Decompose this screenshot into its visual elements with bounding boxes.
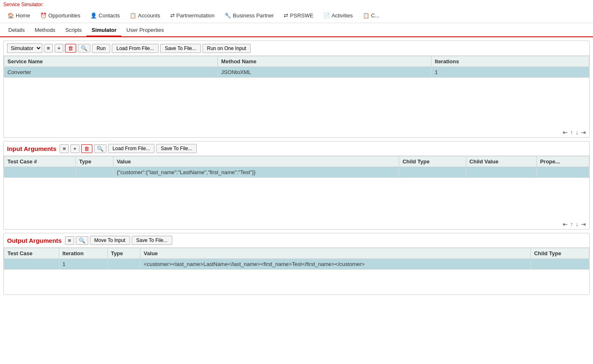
- output-arguments-table: Test Case Iteration Type Value Child Typ…: [4, 248, 589, 270]
- cell-child-value: [466, 167, 537, 178]
- table-row[interactable]: Converter JSONtoXML 1: [4, 67, 589, 78]
- tab-user-properties[interactable]: User Properties: [121, 24, 169, 36]
- col-child-type: Child Type: [399, 156, 466, 167]
- input-next-arrow[interactable]: ↓: [576, 221, 579, 228]
- cell-child-type: [399, 167, 466, 178]
- col-child-type: Child Type: [530, 248, 589, 259]
- col-value: Value: [140, 248, 531, 259]
- cell-iteration: 1: [59, 259, 107, 270]
- col-test-case: Test Case: [4, 248, 59, 259]
- output-arguments-title: Output Arguments: [7, 237, 62, 244]
- col-test-case-num: Test Case #: [4, 156, 76, 167]
- cell-test-case: [4, 259, 59, 270]
- cell-method-name: JSONtoXML: [218, 67, 431, 78]
- col-iterations: Iterations: [431, 56, 589, 67]
- input-last-arrow[interactable]: ⇥: [581, 221, 586, 228]
- cell-value: <customer><last_name>LastName</last_name…: [140, 259, 531, 270]
- last-arrow[interactable]: ⇥: [581, 129, 586, 136]
- table-row[interactable]: {"customer":{"last_name":"LastName","fir…: [4, 167, 589, 178]
- cell-prope: [537, 167, 589, 178]
- service-label: Service Simulator:: [0, 0, 593, 8]
- input-arguments-section: Input Arguments ≡ + 🗑 🔍 Load From File..…: [3, 141, 590, 230]
- col-iteration: Iteration: [59, 248, 107, 259]
- nav-business-partner[interactable]: 🔧 Business Partner: [220, 12, 278, 19]
- input-first-arrow[interactable]: ⇤: [563, 221, 568, 228]
- simulator-select[interactable]: Simulator: [7, 43, 42, 53]
- simulator-toolbar: Simulator ≡ + 🗑 🔍 Run Load From File... …: [4, 41, 589, 56]
- nav-opportunities[interactable]: ⏰ Opportunities: [36, 12, 84, 19]
- nav-activities[interactable]: 📄 Activities: [319, 12, 357, 19]
- nav-home[interactable]: 🏠 Home: [3, 12, 34, 19]
- input-menu-button[interactable]: ≡: [60, 144, 69, 153]
- input-nav-arrows: ⇤ ↑ ↓ ⇥: [4, 219, 589, 229]
- tab-details[interactable]: Details: [3, 24, 30, 36]
- simulator-table: Service Name Method Name Iterations Conv…: [4, 56, 589, 78]
- nav-c[interactable]: 📋 C...: [359, 12, 383, 19]
- tab-methods[interactable]: Methods: [30, 24, 60, 36]
- col-prope: Prope...: [537, 156, 589, 167]
- run-on-one-input-button[interactable]: Run on One Input: [202, 44, 251, 53]
- table-row[interactable]: 1 <customer><last_name>LastName</last_na…: [4, 259, 589, 270]
- cell-child-type: [530, 259, 589, 270]
- load-from-file-button[interactable]: Load From File...: [112, 44, 159, 53]
- prev-arrow[interactable]: ↑: [570, 129, 573, 136]
- input-prev-arrow[interactable]: ↑: [570, 221, 573, 228]
- input-add-button[interactable]: +: [70, 144, 80, 153]
- input-delete-button[interactable]: 🗑: [81, 144, 92, 153]
- input-arguments-title: Input Arguments: [7, 145, 56, 152]
- nav-contacts[interactable]: 👤 Contacts: [86, 12, 124, 19]
- col-child-value: Child Value: [466, 156, 537, 167]
- delete-button[interactable]: 🗑: [65, 44, 76, 53]
- cell-service-name: Converter: [4, 67, 218, 78]
- col-method-name: Method Name: [218, 56, 431, 67]
- run-button[interactable]: Run: [92, 44, 110, 53]
- first-arrow[interactable]: ⇤: [563, 129, 568, 136]
- col-value: Value: [113, 156, 399, 167]
- nav-accounts[interactable]: 📋 Accounts: [125, 12, 164, 19]
- top-nav: 🏠 Home ⏰ Opportunities 👤 Contacts 📋 Acco…: [0, 8, 593, 23]
- simulator-section: Simulator ≡ + 🗑 🔍 Run Load From File... …: [3, 41, 590, 138]
- save-to-file-button[interactable]: Save To File...: [160, 44, 201, 53]
- tab-scripts[interactable]: Scripts: [60, 24, 87, 36]
- tab-simulator[interactable]: Simulator: [87, 24, 121, 36]
- output-search-button[interactable]: 🔍: [76, 236, 88, 245]
- input-search-button[interactable]: 🔍: [94, 144, 106, 153]
- search-button[interactable]: 🔍: [78, 44, 90, 53]
- move-to-input-button[interactable]: Move To Input: [90, 236, 130, 245]
- col-type: Type: [107, 248, 140, 259]
- cell-type: [76, 167, 113, 178]
- output-arguments-section: Output Arguments ≡ 🔍 Move To Input Save …: [3, 233, 590, 295]
- output-menu-button[interactable]: ≡: [65, 236, 74, 245]
- cell-iterations: 1: [431, 67, 589, 78]
- input-save-button[interactable]: Save To File...: [156, 144, 197, 153]
- col-service-name: Service Name: [4, 56, 218, 67]
- input-load-button[interactable]: Load From File...: [108, 144, 155, 153]
- cell-value: {"customer":{"last_name":"LastName","fir…: [113, 167, 399, 178]
- nav-psrswe[interactable]: ⇄ PSRSWE: [280, 12, 317, 19]
- cell-test-case-num: [4, 167, 76, 178]
- output-save-button[interactable]: Save To File...: [132, 236, 172, 245]
- col-type: Type: [76, 156, 113, 167]
- cell-type: [107, 259, 140, 270]
- add-button[interactable]: +: [55, 44, 64, 53]
- output-arguments-toolbar: Output Arguments ≡ 🔍 Move To Input Save …: [4, 233, 589, 248]
- simulator-nav-arrows: ⇤ ↑ ↓ ⇥: [4, 127, 589, 137]
- nav-partnermutation[interactable]: ⇄ Partnermutation: [166, 12, 219, 19]
- tabs: Details Methods Scripts Simulator User P…: [0, 23, 593, 37]
- input-arguments-toolbar: Input Arguments ≡ + 🗑 🔍 Load From File..…: [4, 141, 589, 156]
- menu-button[interactable]: ≡: [44, 44, 53, 53]
- next-arrow[interactable]: ↓: [576, 129, 579, 136]
- input-arguments-table: Test Case # Type Value Child Type Child …: [4, 156, 589, 178]
